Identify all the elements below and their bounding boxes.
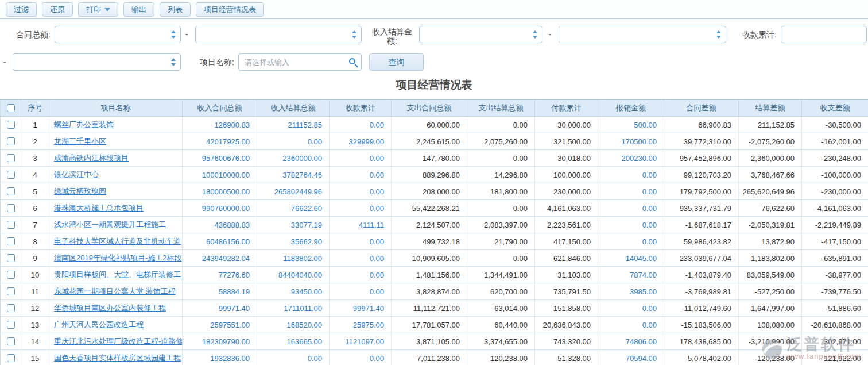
project-name-link[interactable]: 成渝高铁内江标段项目 — [54, 153, 129, 162]
amount-link-cell[interactable]: 957600676.00 — [183, 150, 257, 167]
amount-link-cell[interactable]: 0.00 — [330, 250, 392, 267]
row-checkbox[interactable] — [7, 204, 15, 212]
amount-link-cell[interactable]: 14045.00 — [598, 250, 664, 267]
column-header-7[interactable]: 付款累计 — [535, 100, 598, 117]
amount-link-cell[interactable]: 0.00 — [598, 233, 664, 250]
amount-link-cell[interactable]: 33077.19 — [257, 217, 330, 233]
spinner-icon[interactable] — [533, 30, 537, 39]
column-header-4[interactable]: 收款累计 — [330, 100, 392, 117]
amount-link-cell[interactable]: 0.00 — [598, 217, 664, 233]
amount-link-cell[interactable]: 74806.00 — [598, 333, 664, 350]
amount-link-cell[interactable]: 990760000.00 — [183, 200, 257, 217]
amount-link-cell[interactable]: 58884.19 — [183, 283, 257, 300]
amount-link-cell[interactable]: 0.00 — [598, 200, 664, 217]
amount-link-cell[interactable]: 265802449.96 — [257, 183, 330, 200]
receipt-total-min-input[interactable] — [781, 26, 866, 43]
project-name-link[interactable]: 重庆江北污水处理厂级改造工程-道路修 — [54, 337, 183, 345]
amount-link-cell[interactable]: 211152.85 — [257, 117, 330, 133]
amount-link-cell[interactable]: 436888.83 — [183, 217, 257, 233]
row-checkbox[interactable] — [7, 354, 15, 362]
spinner-icon[interactable] — [716, 30, 721, 39]
search-button[interactable]: 查询 — [369, 53, 424, 71]
column-header-8[interactable]: 报销金额 — [598, 100, 664, 117]
column-header-3[interactable]: 收入结算总额 — [257, 100, 330, 117]
amount-link-cell[interactable]: 126900.83 — [183, 117, 257, 133]
project-name-link[interactable]: 华侨城项目南区办公室内装修工程 — [54, 303, 166, 312]
tab-project-operation-report[interactable]: 项目经营情况表 — [196, 2, 264, 17]
filter-button[interactable]: 过滤 — [6, 2, 37, 17]
amount-link-cell[interactable]: 100010000.00 — [183, 167, 257, 183]
project-name-link[interactable]: 港珠澳大桥施工总承包项目 — [54, 203, 144, 212]
select-all-checkbox[interactable] — [7, 104, 15, 112]
amount-link-cell[interactable]: 0.00 — [330, 183, 392, 200]
row-checkbox[interactable] — [7, 154, 15, 162]
spinner-icon[interactable] — [171, 30, 176, 39]
row-checkbox[interactable] — [7, 321, 15, 329]
amount-link-cell[interactable]: 168520.00 — [257, 317, 330, 333]
income-settlement-min-input[interactable] — [420, 26, 542, 43]
column-header-9[interactable]: 合同差额 — [664, 100, 739, 117]
amount-link-cell[interactable]: 200230.00 — [598, 150, 664, 167]
column-header-0[interactable]: 序号 — [21, 100, 49, 117]
row-checkbox[interactable] — [7, 304, 15, 312]
column-header-6[interactable]: 支出结算总额 — [467, 100, 535, 117]
project-name-link[interactable]: 贵阳项目样板间、大堂、电梯厅装修工 — [54, 270, 181, 279]
project-name-link[interactable]: 东城花园一期项目公寓大堂 装饰工程 — [54, 287, 176, 295]
amount-link-cell[interactable]: 4111.11 — [330, 217, 392, 233]
project-name-link[interactable]: 龙湖三千里小区 — [54, 137, 106, 145]
amount-link-cell[interactable]: 243949282.04 — [183, 250, 257, 267]
contract-total-min-input[interactable] — [55, 26, 180, 43]
amount-link-cell[interactable]: 93450.00 — [257, 283, 330, 300]
amount-link-cell[interactable]: 25975.00 — [330, 317, 392, 333]
amount-link-cell[interactable]: 76622.60 — [257, 200, 330, 217]
income-settlement-max-input[interactable] — [559, 26, 726, 43]
project-name-link[interactable]: 电子科技大学区域人行道及非机动车道 — [54, 237, 181, 245]
row-checkbox[interactable] — [7, 137, 15, 145]
column-header-10[interactable]: 结算差额 — [739, 100, 802, 117]
amount-link-cell[interactable]: 0.00 — [257, 133, 330, 150]
amount-link-cell[interactable]: 77276.60 — [183, 267, 257, 283]
project-name-link[interactable]: 螺丝厂办公室装饰 — [54, 120, 114, 129]
amount-link-cell[interactable]: 1121097.00 — [330, 333, 392, 350]
row-checkbox[interactable] — [7, 187, 15, 195]
contract-total-max-input[interactable] — [196, 26, 361, 43]
project-name-link[interactable]: 广州天河人民公园改造工程 — [54, 320, 144, 329]
amount-link-cell[interactable]: 500.00 — [598, 117, 664, 133]
amount-link-cell[interactable]: 2360000.00 — [257, 150, 330, 167]
project-name-link[interactable]: 浅水湾小区一期景观提升工程施工 — [54, 220, 166, 229]
amount-link-cell[interactable]: 99971.40 — [330, 300, 392, 317]
amount-link-cell[interactable]: 60486156.00 — [183, 233, 257, 250]
project-name-link[interactable]: 银亿滨江中心 — [54, 170, 99, 179]
amount-link-cell[interactable]: 170500.00 — [598, 133, 664, 150]
search-icon[interactable] — [349, 58, 355, 64]
amount-link-cell[interactable]: 42017925.00 — [183, 133, 257, 150]
export-button[interactable]: 输出 — [123, 2, 154, 17]
amount-link-cell[interactable]: 0.00 — [598, 183, 664, 200]
project-name-link[interactable]: 潼南区2019年绿化补贴项目-施工2标段 — [54, 253, 181, 262]
row-checkbox[interactable] — [7, 254, 15, 262]
amount-link-cell[interactable]: 163665.00 — [257, 333, 330, 350]
list-button[interactable]: 列表 — [160, 2, 191, 17]
row-checkbox[interactable] — [7, 171, 15, 179]
amount-link-cell[interactable]: 1183802.00 — [257, 250, 330, 267]
amount-link-cell[interactable]: 0.00 — [330, 267, 392, 283]
column-header-5[interactable]: 支出合同总额 — [392, 100, 467, 117]
row-checkbox[interactable] — [7, 221, 15, 229]
column-header-2[interactable]: 收入合同总额 — [183, 100, 257, 117]
amount-link-cell[interactable]: 0.00 — [330, 167, 392, 183]
amount-link-cell[interactable]: 0.00 — [330, 233, 392, 250]
row-checkbox[interactable] — [7, 337, 15, 345]
amount-link-cell[interactable]: 3782764.46 — [257, 167, 330, 183]
spinner-icon[interactable] — [352, 30, 356, 39]
amount-link-cell[interactable]: 0.00 — [598, 167, 664, 183]
project-name-input[interactable] — [239, 54, 361, 70]
column-header-11[interactable]: 收支差额 — [802, 100, 868, 117]
amount-link-cell[interactable]: 0.00 — [330, 150, 392, 167]
project-name-link[interactable]: 国色天香项目实体样板房区域园建工程 — [54, 354, 181, 362]
amount-link-cell[interactable]: 0.00 — [330, 350, 392, 365]
column-header-1[interactable]: 项目名称 — [49, 100, 183, 117]
amount-link-cell[interactable]: 0.00 — [257, 350, 330, 365]
restore-button[interactable]: 还原 — [42, 2, 73, 17]
amount-link-cell[interactable]: 182309790.00 — [183, 333, 257, 350]
amount-link-cell[interactable]: 0.00 — [330, 117, 392, 133]
